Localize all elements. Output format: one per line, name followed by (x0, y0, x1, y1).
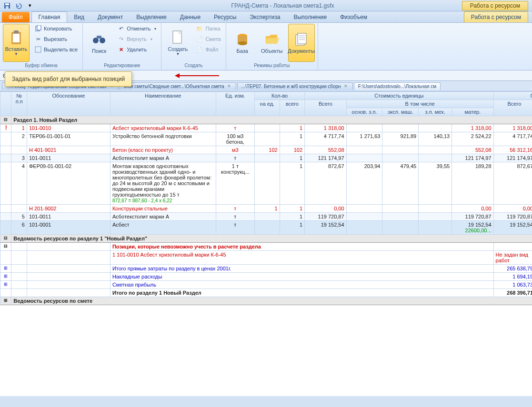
col-vsego3[interactable]: Всего (493, 100, 532, 116)
col-vsego2[interactable]: Всего (305, 100, 346, 116)
objects-button[interactable]: Объекты (259, 24, 285, 62)
tab-resources[interactable]: Ресурсы (207, 12, 243, 22)
tab-selection[interactable]: Выделение (130, 12, 173, 22)
paste-button[interactable]: Вставить ▼ (3, 24, 30, 62)
selectall-label: Выделить все (44, 47, 78, 52)
table-row[interactable]: ⊟Раздел 1. Новый Раздел (0, 116, 532, 124)
table-row[interactable]: ❗1101-0010Асбест хризотиловый марки К-6-… (0, 124, 532, 132)
documents-icon (294, 32, 309, 47)
doctab-4[interactable]: F:\Users\adostovalo...\Локальная см (354, 82, 441, 90)
svg-rect-8 (35, 47, 41, 52)
col-kolvo[interactable]: Кол-во (255, 92, 305, 100)
grid-scroll[interactable]: № п.п Обоснование Наименование Ед. изм. … (0, 91, 532, 396)
close-icon[interactable]: ✕ (343, 84, 349, 89)
col-vsego1[interactable]: всего (280, 100, 304, 116)
table-row[interactable]: 1 101-0010 Асбест хризотиловый марки К-6… (0, 251, 532, 265)
col-total[interactable]: О (493, 92, 532, 100)
col-tom[interactable]: В том числе (346, 100, 493, 108)
file-button[interactable]: 📄Файл (194, 45, 222, 54)
delete-button[interactable]: ✕Удалить (115, 45, 158, 54)
table-row[interactable]: 4ФЕР09-01-001-02Монтаж каркасов одноэтаж… (0, 162, 532, 205)
table-row[interactable]: 6101-0001Асбестт119 152,5419 152,5422600… (0, 221, 532, 235)
cut-label: Вырезать (44, 36, 67, 42)
svg-rect-11 (97, 36, 101, 39)
col-eksp[interactable]: эксп. маш. (382, 108, 419, 116)
base-label: База (237, 48, 248, 54)
copy-label: Копировать (44, 26, 72, 31)
table-row[interactable]: 5101-0011Асботекстолит марки Ат1119 720,… (0, 213, 532, 221)
table-row[interactable]: ⊟Ведомость ресурсов по разделу 1 "Новый … (0, 235, 532, 243)
table-row[interactable]: 3101-0011Асботекстолит марки Ат1121 174,… (0, 154, 532, 162)
undo-button[interactable]: ↶Отменить▾ (115, 24, 158, 33)
qat-undo-icon[interactable] (13, 1, 24, 10)
copy-button[interactable]: Копировать (32, 24, 80, 33)
table-row[interactable]: 2ТЕР06-01-001-01Устройство бетонной подг… (0, 132, 532, 146)
dropdown-icon: ▼ (14, 52, 18, 56)
close-icon[interactable]: ✕ (226, 84, 232, 89)
col-stoim[interactable]: Стоимость единицы (305, 92, 494, 100)
documents-label: Документы (288, 48, 315, 54)
tab-view[interactable]: Вид (67, 12, 91, 22)
redo-button[interactable]: ↷Вернуть▾ (115, 34, 158, 44)
tab-main[interactable]: Главная (31, 11, 68, 22)
create-label: Создать (168, 46, 188, 52)
tab-data[interactable]: Данные (173, 12, 207, 22)
redo-icon: ↷ (117, 35, 125, 43)
col-zpmeh[interactable]: з.п. мех. (419, 108, 452, 116)
tab-resource-work[interactable]: Работа с ресурсом (464, 11, 528, 22)
documents-button[interactable]: Документы (288, 24, 315, 62)
smeta-label: Смета (205, 36, 221, 42)
col-mater[interactable]: матер. (452, 108, 493, 116)
group-label-create: Создать (164, 62, 222, 69)
ribbon-tab-strip: Файл Главная Вид Документ Выделение Данн… (0, 11, 532, 23)
tooltip-callout: Задать вид работ для выбранных позиций (5, 71, 132, 87)
redo-label: Вернуть (127, 36, 147, 42)
col-naed[interactable]: на ед. (255, 100, 280, 116)
database-icon (235, 32, 250, 47)
qat-dropdown-icon[interactable]: ▾ (25, 1, 35, 10)
file-tab[interactable]: Файл (2, 12, 30, 22)
table-row[interactable]: ⊞Накладные расходы1 694,19 (0, 273, 532, 281)
paste-label: Вставить (5, 46, 28, 52)
tab-execution[interactable]: Выполнение (287, 12, 333, 22)
cut-button[interactable]: ✂Вырезать (32, 34, 80, 44)
col-num[interactable]: № п.п (11, 92, 27, 116)
table-row[interactable]: ⊟Позиции, которые невозможно учесть в ра… (0, 243, 532, 251)
qat-save-icon[interactable] (2, 1, 12, 10)
tab-expertise[interactable]: Экспертиза (243, 12, 287, 22)
newdoc-icon (170, 30, 185, 45)
create-button[interactable]: Создать ▼ (164, 24, 191, 62)
file-label: Файл (205, 47, 218, 52)
dropdown-icon: ▼ (176, 52, 180, 56)
selectall-button[interactable]: Выделить все (32, 45, 80, 54)
doctab-label: F:\Users\adostovalo...\Локальная см (358, 84, 437, 89)
doctab-2[interactable]: Мои сметы\Сводные смет...\Объектная смет… (120, 82, 236, 90)
tab-document[interactable]: Документ (91, 12, 130, 22)
table-row[interactable]: ⊞Итого прямые затраты по разделу в ценах… (0, 265, 532, 273)
smeta-button[interactable]: 📄Смета (194, 34, 222, 44)
col-naim[interactable]: Наименование (110, 92, 216, 116)
context-tab-group-title: Работа с ресурсом (462, 1, 528, 10)
svg-rect-4 (13, 34, 20, 42)
table-row[interactable]: ⊞Сметная прибыль1 063,73 (0, 281, 532, 289)
doctab-label: Мои сметы\Сводные смет...\Объектная смет… (124, 84, 224, 89)
base-button[interactable]: База (229, 24, 256, 62)
doctab-3[interactable]: ...\ТЕР07. Бетонные и ж/б конструкции сб… (237, 82, 353, 90)
expand-col (0, 92, 11, 116)
col-ed[interactable]: Ед. изм. (216, 92, 255, 116)
table-row[interactable]: Итого по разделу 1 Новый Раздел268 396,7… (0, 289, 532, 297)
table-row[interactable]: Н 401-9021Бетон (класс по проекту)м31021… (0, 146, 532, 154)
delete-icon: ✕ (117, 46, 125, 53)
folder-button[interactable]: 📁Папка (194, 24, 222, 33)
col-obos[interactable]: Обоснование (27, 92, 110, 116)
search-button[interactable]: Поиск (86, 24, 112, 62)
formula-input[interactable] (86, 72, 529, 79)
table-row[interactable]: ⊞Ведомость ресурсов по смете (0, 297, 532, 305)
svg-rect-7 (37, 25, 41, 30)
tab-physvol[interactable]: Физобъем (333, 12, 374, 22)
folder-icon: 📁 (196, 25, 203, 32)
window-title: ГРАНД-Смета - Локальная смета1.gsfx (35, 2, 530, 9)
table-row[interactable]: Н 201-9002Конструкции стальныет110,000,0… (0, 205, 532, 213)
col-osn[interactable]: основ. з.п. (346, 108, 382, 116)
title-bar: ▾ ГРАНД-Смета - Локальная смета1.gsfx Ра… (0, 0, 532, 11)
